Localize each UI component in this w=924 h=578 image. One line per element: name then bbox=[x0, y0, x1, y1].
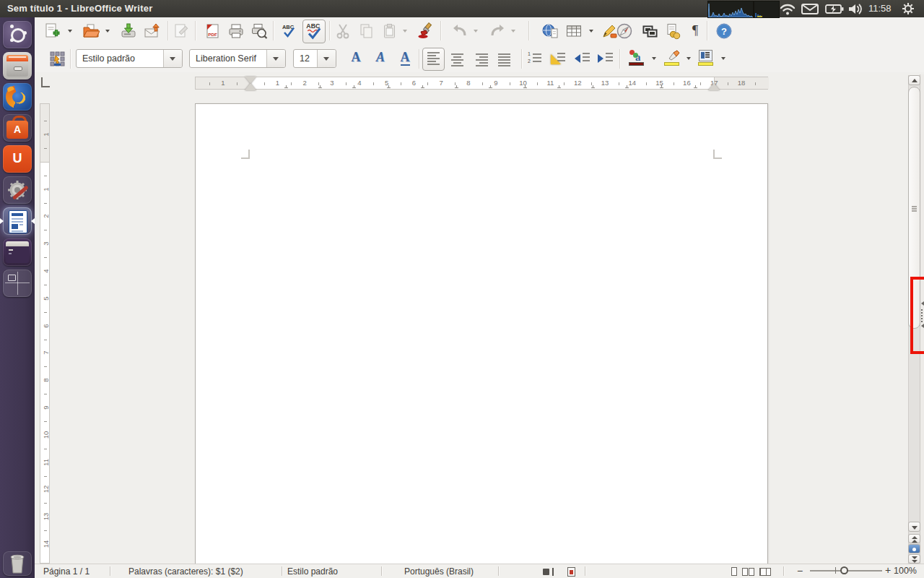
export-pdf-icon[interactable]: PDF bbox=[204, 22, 222, 40]
battery-icon[interactable] bbox=[825, 4, 844, 14]
page-style-status[interactable]: Estilo padrão bbox=[287, 566, 338, 577]
paste-dropdown-caret-icon[interactable] bbox=[403, 30, 407, 33]
paste-icon[interactable] bbox=[381, 22, 398, 40]
ruler-number: 2 bbox=[42, 215, 50, 218]
view-multi-page-icon2[interactable] bbox=[749, 568, 754, 576]
print-preview-icon[interactable] bbox=[250, 22, 268, 40]
software-center-launcher-icon[interactable]: A bbox=[3, 114, 32, 142]
scroll-down-button[interactable] bbox=[908, 522, 920, 532]
font-name-combobox[interactable]: Liberation Serif bbox=[189, 49, 286, 68]
table-dropdown-caret-icon[interactable] bbox=[589, 30, 593, 33]
styles-icon[interactable] bbox=[48, 50, 66, 67]
trash-launcher-icon[interactable] bbox=[3, 551, 32, 576]
paragraph-style-dropdown[interactable] bbox=[163, 50, 182, 67]
copy-icon[interactable] bbox=[357, 22, 375, 40]
undo-icon[interactable] bbox=[451, 22, 468, 40]
bold-icon[interactable]: A bbox=[347, 50, 365, 67]
open-icon[interactable] bbox=[82, 22, 100, 40]
underline-icon[interactable]: A bbox=[396, 50, 414, 67]
system-settings-launcher-icon[interactable] bbox=[3, 176, 32, 204]
mail-icon[interactable] bbox=[801, 4, 819, 14]
firefox-launcher-icon[interactable] bbox=[3, 83, 32, 111]
left-indent-marker[interactable] bbox=[245, 83, 256, 90]
hyperlink-icon[interactable] bbox=[541, 22, 559, 40]
insert-mode-icon[interactable] bbox=[543, 569, 549, 575]
ruler-number: 10 bbox=[42, 431, 50, 439]
email-document-icon[interactable] bbox=[144, 22, 161, 40]
word-count-status[interactable]: Palavras (caracteres): $1 ($2) bbox=[128, 566, 243, 577]
workspace-switcher-launcher-icon[interactable] bbox=[3, 269, 32, 297]
view-single-page-icon[interactable] bbox=[731, 567, 737, 576]
align-left-toggle[interactable] bbox=[422, 48, 445, 71]
volume-icon[interactable] bbox=[847, 3, 865, 15]
bold-letter: A bbox=[352, 50, 361, 64]
system-monitor-graph-icon[interactable] bbox=[707, 1, 754, 18]
bullet-list-icon[interactable] bbox=[550, 50, 567, 67]
paragraph-background-dropdown-caret-icon[interactable] bbox=[721, 57, 725, 60]
font-size-combobox[interactable]: 12 bbox=[293, 49, 336, 68]
font-color-icon[interactable]: a bbox=[628, 50, 645, 67]
print-icon[interactable] bbox=[227, 22, 245, 40]
paragraph-style-combobox[interactable]: Estilo padrão bbox=[76, 49, 183, 68]
previous-page-button[interactable] bbox=[908, 534, 920, 543]
terminal-launcher-icon[interactable] bbox=[3, 238, 32, 266]
files-launcher-icon[interactable] bbox=[3, 52, 32, 79]
edit-mode-icon[interactable] bbox=[173, 22, 190, 40]
font-color-dropdown-caret-icon[interactable] bbox=[652, 57, 656, 60]
align-center-icon[interactable] bbox=[448, 50, 466, 67]
language-status[interactable]: Português (Brasil) bbox=[404, 566, 474, 577]
wifi-icon[interactable] bbox=[779, 3, 796, 15]
insert-table-icon[interactable] bbox=[565, 22, 583, 40]
highlight-color-icon[interactable] bbox=[663, 50, 681, 67]
ruler-tick bbox=[564, 82, 565, 85]
cut-icon[interactable] bbox=[334, 22, 352, 40]
align-right-icon[interactable] bbox=[472, 50, 489, 67]
page-number-status[interactable]: Página 1 / 1 bbox=[43, 566, 90, 577]
view-book-icon[interactable] bbox=[759, 568, 771, 576]
tab-stop-selector-icon[interactable] bbox=[41, 77, 50, 87]
zoom-level[interactable]: 100% bbox=[894, 566, 917, 576]
new-dropdown-caret-icon[interactable] bbox=[68, 30, 72, 33]
dash-launcher-icon[interactable] bbox=[3, 21, 32, 48]
data-sources-icon[interactable] bbox=[664, 22, 681, 40]
navigate-by-button[interactable] bbox=[908, 544, 920, 553]
formatting-marks-icon[interactable]: ¶ bbox=[687, 22, 704, 40]
font-name-dropdown[interactable] bbox=[266, 50, 285, 67]
ubuntu-one-launcher-icon[interactable]: U bbox=[3, 145, 32, 173]
libreoffice-writer-launcher-icon[interactable] bbox=[3, 207, 32, 235]
clock[interactable]: 11:58 bbox=[868, 3, 892, 14]
save-icon[interactable] bbox=[120, 22, 137, 40]
redo-icon[interactable] bbox=[489, 22, 506, 40]
session-gear-icon[interactable] bbox=[902, 2, 915, 15]
open-dropdown-caret-icon[interactable] bbox=[105, 30, 110, 33]
help-icon[interactable]: ? bbox=[715, 22, 733, 40]
document-modified-icon[interactable] bbox=[567, 567, 575, 577]
redo-dropdown-caret-icon[interactable] bbox=[511, 30, 515, 33]
clone-formatting-icon[interactable] bbox=[417, 22, 435, 40]
right-indent-marker[interactable] bbox=[708, 83, 720, 90]
zoom-in-button[interactable]: + bbox=[885, 564, 891, 576]
new-document-icon[interactable] bbox=[43, 22, 61, 40]
italic-icon[interactable]: A bbox=[372, 50, 389, 67]
next-page-button[interactable] bbox=[908, 554, 920, 564]
paragraph-background-icon[interactable] bbox=[697, 50, 715, 67]
system-monitor-graph2-icon[interactable] bbox=[754, 1, 780, 18]
gallery-icon[interactable] bbox=[641, 22, 658, 40]
decrease-indent-icon[interactable] bbox=[574, 50, 591, 67]
increase-indent-icon[interactable] bbox=[597, 50, 614, 67]
zoom-slider-thumb[interactable] bbox=[840, 566, 848, 574]
highlight-dropdown-caret-icon[interactable] bbox=[687, 57, 691, 60]
auto-spellcheck-toggle[interactable]: ABC bbox=[302, 20, 326, 43]
numbered-list-icon[interactable]: 1 2 bbox=[526, 50, 544, 67]
scroll-up-button[interactable] bbox=[908, 75, 920, 85]
document-page[interactable] bbox=[195, 103, 768, 564]
font-size-dropdown[interactable] bbox=[317, 50, 336, 67]
justify-icon[interactable] bbox=[496, 50, 513, 67]
view-multi-page-icon[interactable] bbox=[742, 568, 748, 576]
ruler-tick bbox=[318, 85, 322, 88]
navigator-icon[interactable] bbox=[616, 22, 633, 40]
document-view[interactable]: 11234567891011121314 bbox=[0, 92, 924, 564]
zoom-out-button[interactable]: − bbox=[797, 565, 803, 577]
undo-dropdown-caret-icon[interactable] bbox=[474, 30, 478, 33]
spelling-icon[interactable]: ABC bbox=[280, 22, 297, 40]
